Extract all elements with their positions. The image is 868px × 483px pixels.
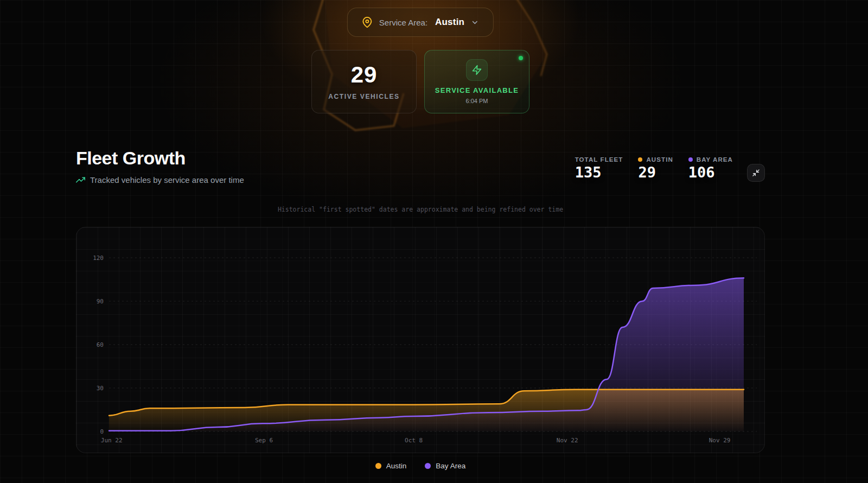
- active-vehicles-value: 29: [351, 63, 378, 86]
- svg-text:Oct 8: Oct 8: [405, 437, 423, 444]
- zap-icon: [471, 65, 482, 75]
- stat-value: 135: [575, 165, 623, 180]
- stat-total-fleet: TOTAL FLEET 135: [575, 156, 623, 180]
- chevron-down-icon: [471, 18, 479, 27]
- svg-text:Nov 29: Nov 29: [709, 437, 731, 444]
- accuracy-note: Historical "first spotted" dates are app…: [76, 206, 765, 213]
- svg-text:Sep 6: Sep 6: [255, 437, 273, 444]
- trend-up-icon: [76, 175, 85, 185]
- fleet-stats: TOTAL FLEET 135 AUSTIN 29 BAY AREA 106: [575, 148, 765, 185]
- service-status-label: SERVICE AVAILABLE: [435, 86, 519, 94]
- status-cards: 29 ACTIVE VEHICLES SERVICE AVAILABLE 6:0…: [311, 50, 529, 113]
- svg-text:Nov 22: Nov 22: [557, 437, 578, 444]
- svg-text:90: 90: [97, 298, 104, 305]
- bay-area-dot: [688, 157, 693, 162]
- stat-label: TOTAL FLEET: [575, 156, 623, 163]
- page-container: Service Area: Austin 29 ACTIVE VEHICLES …: [76, 0, 765, 483]
- active-vehicles-card[interactable]: 29 ACTIVE VEHICLES: [311, 50, 417, 113]
- legend-dot-austin: [375, 463, 381, 469]
- svg-text:120: 120: [93, 255, 104, 262]
- service-status-card[interactable]: SERVICE AVAILABLE 6:04 PM: [424, 50, 529, 113]
- stat-value: 106: [688, 165, 733, 180]
- stat-label: AUSTIN: [646, 156, 673, 163]
- service-area-value: Austin: [435, 17, 464, 28]
- service-status-time: 6:04 PM: [466, 98, 488, 104]
- active-vehicles-label: ACTIVE VEHICLES: [328, 93, 399, 100]
- location-pin-icon: [362, 17, 373, 28]
- chart-legend: Austin Bay Area: [76, 462, 765, 470]
- svg-text:30: 30: [97, 385, 104, 392]
- svg-text:0: 0: [100, 428, 104, 435]
- fleet-growth-header: Fleet Growth Tracked vehicles by service…: [76, 148, 765, 185]
- stat-austin: AUSTIN 29: [638, 156, 673, 180]
- legend-item-austin[interactable]: Austin: [375, 462, 407, 470]
- service-area-selector[interactable]: Service Area: Austin: [347, 8, 494, 37]
- service-area-label: Service Area:: [379, 18, 427, 27]
- legend-label: Austin: [386, 462, 407, 470]
- fleet-chart-canvas[interactable]: 0306090120Jun 22Sep 6Oct 8Nov 22Nov 29: [76, 227, 765, 453]
- legend-label: Bay Area: [436, 462, 465, 470]
- fleet-chart-card: 0306090120Jun 22Sep 6Oct 8Nov 22Nov 29: [76, 227, 765, 453]
- stat-bay-area: BAY AREA 106: [688, 156, 733, 180]
- legend-item-bay-area[interactable]: Bay Area: [425, 462, 465, 470]
- zap-icon-box: [466, 59, 488, 81]
- page-subtitle: Tracked vehicles by service area over ti…: [90, 175, 244, 185]
- online-status-dot: [519, 56, 523, 60]
- legend-dot-bay-area: [425, 463, 431, 469]
- svg-text:60: 60: [97, 341, 104, 348]
- collapse-chart-button[interactable]: [747, 164, 765, 182]
- collapse-icon: [752, 169, 760, 177]
- page-title: Fleet Growth: [76, 148, 244, 169]
- stat-value: 29: [638, 165, 673, 180]
- austin-dot: [638, 157, 642, 162]
- svg-text:Jun 22: Jun 22: [101, 437, 123, 444]
- stat-label: BAY AREA: [697, 156, 733, 163]
